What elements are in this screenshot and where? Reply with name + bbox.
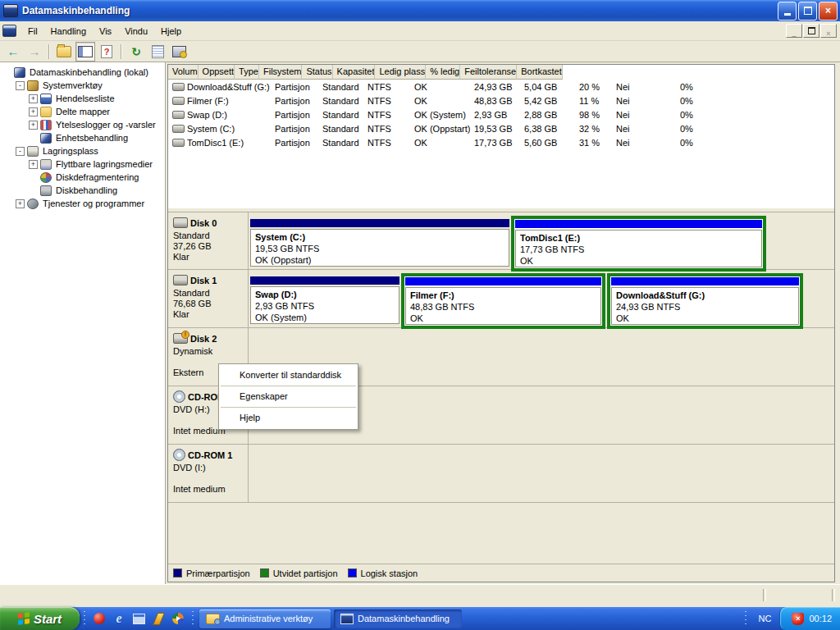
toolbar-separator [121, 44, 122, 59]
menu-bar: Fil Handling Vis Vindu Hjelp _ × [0, 21, 840, 41]
tree-expander-icon[interactable] [29, 107, 38, 116]
disk-1-label[interactable]: Disk 1 Standard 76,68 GB Klar [168, 270, 249, 327]
tree-item[interactable]: Diskbehandling [0, 184, 165, 197]
mdi-minimize-button[interactable]: _ [786, 24, 802, 38]
restore-icon [804, 7, 812, 15]
show-tree-button[interactable] [75, 42, 95, 62]
tree-item[interactable]: Lagringsplass [0, 144, 165, 158]
column-header[interactable]: Status [302, 65, 332, 80]
disk-warning-icon [173, 333, 188, 344]
quick-launch-separator [83, 609, 86, 628]
internet-explorer-icon[interactable]: e [112, 612, 126, 625]
column-header[interactable]: Oppsett [199, 65, 235, 80]
menu-vindu[interactable]: Vindu [118, 24, 154, 39]
tree-expander-icon[interactable] [29, 121, 38, 130]
menu-hjelp[interactable]: Hjelp [154, 24, 188, 39]
tree-item-icon [40, 94, 52, 104]
minimize-button[interactable] [778, 2, 797, 21]
restore-button[interactable] [798, 2, 817, 21]
snap-in-icon [172, 46, 186, 57]
mdi-close-button[interactable]: × [820, 24, 837, 38]
help-button[interactable]: ? [97, 42, 116, 62]
tree-item-icon [27, 146, 39, 157]
disk-icon [173, 217, 188, 228]
back-button[interactable]: ← [3, 42, 23, 62]
column-header[interactable]: Volum [168, 65, 199, 80]
column-header[interactable]: Feiltoleranse [460, 65, 517, 80]
mdi-restore-button[interactable] [803, 24, 819, 38]
media-player-icon[interactable] [171, 612, 185, 625]
up-folder-button[interactable] [54, 42, 74, 62]
tree-expander-icon[interactable] [16, 199, 25, 208]
disk-0-label[interactable]: Disk 0 Standard 37,26 GB Klar [168, 212, 249, 269]
column-header[interactable]: Bortkastet [517, 65, 563, 80]
tray-separator [744, 609, 747, 628]
volume-row[interactable]: Download&Stuff (G:) Partisjon Standard N… [168, 80, 834, 94]
forward-button[interactable]: → [25, 42, 44, 62]
volume-row[interactable]: Swap (D:) Partisjon Standard NTFS OK (Sy… [168, 107, 834, 121]
partition-tomdisc1-e[interactable]: TomDisc1 (E:) 17,73 GB NTFS OK [511, 216, 766, 272]
start-button[interactable]: Start [0, 607, 80, 630]
cdrom-icon [173, 449, 185, 461]
refresh-button[interactable]: ↻ [126, 42, 146, 62]
tree-item[interactable]: Hendelsesliste [0, 92, 165, 105]
tree-item[interactable]: Tjenester og programmer [0, 197, 165, 210]
menu-item-properties[interactable]: Egenskaper [219, 387, 358, 406]
menu-item-help[interactable]: Hjelp [219, 409, 358, 427]
cdrom-1-label[interactable]: CD-ROM 1 DVD (I:) Intet medium [168, 445, 249, 502]
tree-item[interactable]: Enhetsbehandling [0, 131, 165, 144]
tree-item-icon [27, 199, 39, 209]
column-header[interactable]: Type [235, 65, 259, 80]
partition-filmer-f[interactable]: Filmer (F:) 48,83 GB NTFS OK [401, 273, 605, 329]
partition-system-c[interactable]: System (C:) 19,53 GB NTFS OK (Oppstart) [250, 219, 509, 267]
menu-handling[interactable]: Handling [44, 24, 93, 39]
column-header[interactable]: Kapasitet [333, 65, 376, 80]
column-header[interactable]: Filsystem [259, 65, 302, 80]
close-button[interactable]: × [819, 2, 838, 21]
snap-in-button[interactable] [169, 42, 189, 62]
export-list-button[interactable] [148, 42, 167, 62]
security-alert-icon[interactable]: × [792, 613, 804, 625]
menu-vis[interactable]: Vis [93, 24, 118, 39]
disk-1-row: Disk 1 Standard 76,68 GB Klar Swap (D:) … [168, 270, 834, 328]
winamp-icon[interactable] [152, 612, 165, 625]
menu-item-convert-to-basic-disk[interactable]: Konverter til standarddisk [219, 366, 358, 385]
system-tray: × 00:12 [779, 607, 840, 630]
volume-table-header: Volum Oppsett Type Filsystem Status Kapa… [168, 65, 834, 80]
keyboard-layout-indicator[interactable]: NC [751, 614, 780, 623]
windows-flag-icon [18, 612, 30, 625]
tree-item[interactable]: Datamaskinbehandling (lokal) [0, 66, 165, 79]
column-header[interactable]: Ledig plass [375, 65, 426, 80]
panes-icon [78, 46, 93, 57]
volume-row[interactable]: Filmer (F:) Partisjon Standard NTFS OK 4… [168, 94, 834, 107]
volume-icon [172, 139, 185, 147]
media-app-icon[interactable] [93, 612, 106, 625]
context-menu: Konverter til standarddisk Egenskaper Hj… [218, 363, 358, 430]
partition-download-stuff-g[interactable]: Download&Stuff (G:) 24,93 GB NTFS OK [607, 273, 803, 329]
disk-management-panel: Volum Oppsett Type Filsystem Status Kapa… [167, 64, 835, 582]
tree-item[interactable]: Diskdefragmentering [0, 171, 165, 184]
show-desktop-icon[interactable] [132, 612, 145, 625]
logical-drive-bar [611, 277, 799, 285]
taskbar: Start e Administrative verktøy Datamaski… [0, 607, 840, 630]
volume-row[interactable]: System (C:) Partisjon Standard NTFS OK (… [168, 121, 834, 135]
menu-fil[interactable]: Fil [21, 24, 44, 39]
taskbar-button-administrative-verktoy[interactable]: Administrative verktøy [199, 609, 331, 628]
clock[interactable]: 00:12 [809, 614, 832, 623]
tree-expander-icon[interactable] [29, 160, 38, 169]
volume-row[interactable]: TomDisc1 (E:) Partisjon Standard NTFS OK… [168, 135, 834, 149]
tree-expander-icon[interactable] [16, 81, 25, 90]
volume-icon [172, 111, 185, 119]
tree-expander-icon[interactable] [16, 147, 25, 156]
tree-item[interactable]: Delte mapper [0, 105, 165, 118]
column-header[interactable]: % ledig [426, 65, 460, 80]
partition-swap-d[interactable]: Swap (D:) 2,93 GB NTFS OK (System) [250, 276, 399, 324]
partition-legend: Primærpartisjon Utvidet partisjon Logisk… [168, 564, 834, 582]
tree-item[interactable]: Ytelseslogger og -varsler [0, 118, 165, 131]
tree-item[interactable]: Flyttbare lagringsmedier [0, 158, 165, 171]
tree-item-icon [40, 120, 52, 130]
taskbar-button-datamaskinbehandling[interactable]: Datamaskinbehandling [334, 609, 462, 628]
volume-icon [172, 83, 185, 91]
tree-expander-icon[interactable] [29, 94, 38, 103]
tree-item[interactable]: Systemverktøy [0, 79, 165, 92]
